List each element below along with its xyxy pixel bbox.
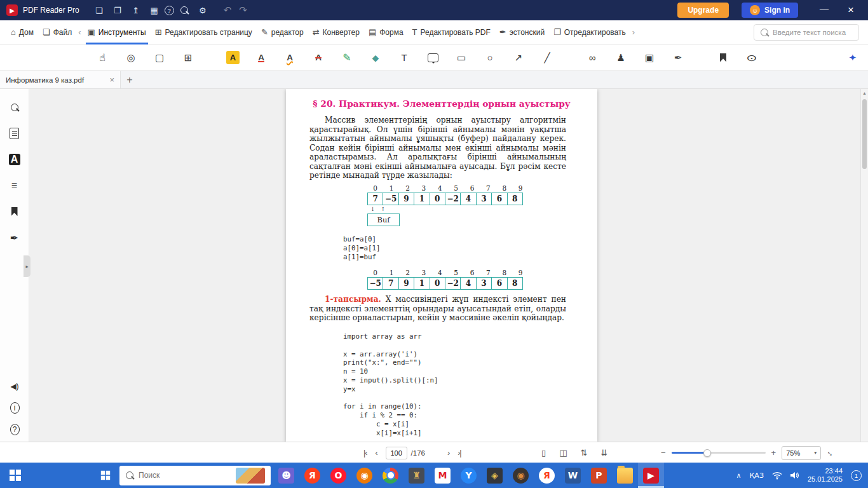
- open-folder-icon[interactable]: ❏: [91, 3, 107, 17]
- continuous-scroll-icon[interactable]: ⇅: [580, 448, 587, 458]
- minimize-icon[interactable]: —: [820, 4, 829, 17]
- document-search-box[interactable]: [754, 24, 859, 41]
- tray-expand-icon[interactable]: ∧: [736, 471, 741, 480]
- menu-item-form[interactable]: ▤ Форма: [364, 20, 408, 44]
- sidebar-annotations-icon[interactable]: A: [9, 154, 20, 165]
- rectangle-icon[interactable]: ▭: [454, 50, 468, 66]
- menu-item-tools[interactable]: ▣ Инструменты: [83, 20, 151, 44]
- freehand-highlighter-icon[interactable]: ✎: [340, 50, 354, 66]
- sidebar-outline-icon[interactable]: ≡: [11, 180, 17, 191]
- underline-icon[interactable]: A: [254, 50, 268, 66]
- continuous-two-page-icon[interactable]: ⇊: [600, 448, 607, 458]
- text-box-icon[interactable]: T: [397, 50, 411, 66]
- marquee-select-icon[interactable]: ▢: [153, 50, 166, 66]
- panel-expander-handle[interactable]: ▸: [24, 255, 31, 277]
- first-page-icon[interactable]: |‹: [363, 449, 367, 458]
- signin-button[interactable]: ☺ Sign in: [742, 3, 798, 18]
- orange-app-icon[interactable]: ◉: [351, 463, 377, 488]
- wifi-icon[interactable]: [772, 471, 782, 480]
- language-indicator[interactable]: ҚАЗ: [750, 471, 764, 480]
- settings-icon[interactable]: ⚙: [194, 3, 211, 17]
- sidebar-thumbnails-icon[interactable]: [10, 128, 19, 139]
- powerpoint-icon[interactable]: P: [586, 463, 612, 488]
- volume-icon[interactable]: [790, 471, 799, 479]
- chrome-icon[interactable]: [377, 463, 403, 488]
- start-button[interactable]: [0, 463, 31, 488]
- gold-emblem-app-icon[interactable]: ◈: [482, 463, 508, 488]
- comment-icon[interactable]: [426, 50, 440, 66]
- menu-item-converter[interactable]: ⇄ Конвертер: [308, 20, 364, 44]
- search-input[interactable]: [773, 29, 853, 36]
- zoom-in-icon[interactable]: +: [771, 448, 776, 458]
- bookmark-tool-icon[interactable]: [716, 50, 730, 66]
- pdf-reader-pro-icon[interactable]: ▶: [638, 463, 664, 488]
- next-page-icon[interactable]: ›: [447, 449, 449, 458]
- yandex-browser-icon[interactable]: Я: [299, 463, 325, 488]
- taskbar-search-box[interactable]: [119, 466, 271, 485]
- taskbar-search-input[interactable]: [139, 471, 205, 480]
- task-view-icon[interactable]: [97, 465, 114, 485]
- tab-close-icon[interactable]: ×: [109, 75, 114, 85]
- menu-item-edit-pdf[interactable]: T Редактировать PDF: [408, 20, 495, 44]
- scroll-up-icon[interactable]: ▲: [861, 89, 868, 98]
- link-icon[interactable]: ∞: [585, 50, 599, 66]
- ribbon-scroll-right-icon[interactable]: ›: [630, 27, 637, 37]
- select-tool-icon[interactable]: ◎: [124, 50, 138, 66]
- highlight-icon[interactable]: A: [226, 51, 240, 64]
- fullscreen-icon[interactable]: ↔: [825, 447, 837, 459]
- menu-item-edit-page[interactable]: ⊞ Редактировать страницу: [151, 20, 257, 44]
- bronze-circle-app-icon[interactable]: ◉: [508, 463, 534, 488]
- print-icon[interactable]: ▦: [146, 3, 163, 17]
- zoom-out-icon[interactable]: −: [661, 448, 666, 458]
- zoom-slider-thumb[interactable]: [703, 449, 711, 457]
- zoom-level-select[interactable]: 75% ▾: [782, 446, 821, 460]
- blue-y-app-icon[interactable]: Y: [456, 463, 482, 488]
- ellipse-icon[interactable]: ○: [483, 50, 497, 66]
- game-app-icon[interactable]: ♜: [403, 463, 430, 488]
- ribbon-scroll-left-icon[interactable]: ‹: [76, 27, 83, 37]
- share-icon[interactable]: ↥: [128, 3, 144, 17]
- upgrade-button[interactable]: Upgrade: [677, 3, 729, 18]
- image-icon[interactable]: ▣: [642, 50, 656, 66]
- word-icon[interactable]: W: [560, 463, 586, 488]
- help-circle-icon[interactable]: ?: [10, 424, 20, 435]
- menu-item-editor[interactable]: ✎ редактор: [257, 20, 308, 44]
- eraser-icon[interactable]: ◆: [369, 50, 383, 66]
- zoom-slider[interactable]: [672, 452, 766, 454]
- line-icon[interactable]: ╱: [540, 50, 554, 66]
- mail-app-icon[interactable]: М: [430, 463, 456, 488]
- scrollbar-thumb[interactable]: [862, 99, 867, 169]
- yandex-search-icon[interactable]: Я: [534, 463, 560, 488]
- arrow-icon[interactable]: ↗: [512, 50, 526, 66]
- opera-icon[interactable]: O: [325, 463, 351, 488]
- document-tab[interactable]: Информатика 9 каз.pdf ×: [0, 71, 121, 88]
- menu-item-redact[interactable]: ❐ Отредактировать: [549, 20, 630, 44]
- stamp-icon[interactable]: ♟: [614, 50, 628, 66]
- previous-page-icon[interactable]: ‹: [375, 449, 377, 458]
- clock[interactable]: 23:44 25.01.2025: [808, 467, 843, 484]
- vertical-scrollbar[interactable]: ▲: [860, 89, 868, 442]
- undo-icon[interactable]: ↶: [224, 4, 232, 16]
- zoom-area-icon[interactable]: ⊞: [181, 50, 195, 66]
- new-tab-button[interactable]: +: [121, 71, 139, 88]
- menu-item-estonian[interactable]: ✒ эстонский: [495, 20, 549, 44]
- redo-icon[interactable]: ↷: [239, 4, 247, 16]
- search-icon[interactable]: [176, 3, 193, 17]
- read-aloud-icon[interactable]: ◀): [10, 381, 18, 392]
- sidebar-signature-icon[interactable]: ✒: [10, 232, 18, 244]
- single-page-view-icon[interactable]: ▯: [541, 448, 546, 458]
- strikeout-icon[interactable]: A: [311, 50, 325, 66]
- last-page-icon[interactable]: ›|: [458, 449, 461, 458]
- two-page-view-icon[interactable]: ◫: [559, 448, 567, 458]
- close-icon[interactable]: ×: [848, 4, 854, 17]
- squiggly-underline-icon[interactable]: A: [283, 50, 297, 66]
- signature-icon[interactable]: ✒: [671, 50, 685, 66]
- file-explorer-icon[interactable]: [612, 463, 638, 488]
- info-icon[interactable]: i: [10, 402, 20, 414]
- menu-item-file[interactable]: ❏ Файл: [38, 20, 76, 44]
- preview-eye-icon[interactable]: ⊙: [742, 50, 763, 66]
- sidebar-bookmarks-icon[interactable]: [11, 206, 18, 217]
- sidebar-search-icon[interactable]: [11, 102, 18, 113]
- menu-item-home[interactable]: ⌂ Дом: [6, 20, 38, 44]
- help-icon[interactable]: ?: [165, 6, 174, 15]
